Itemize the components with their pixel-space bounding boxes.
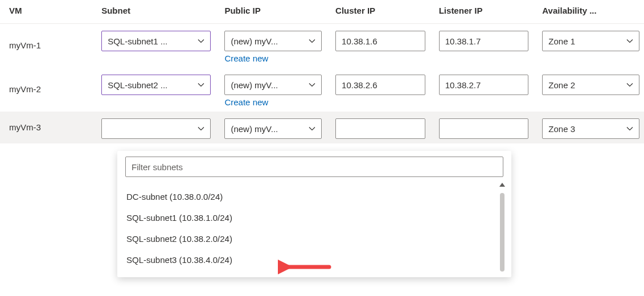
availability-select-label: Zone 2 [548,80,623,90]
header-public-ip: Public IP [215,0,326,24]
subnet-select[interactable]: SQL-subnet2 ... [101,75,211,95]
availability-select[interactable]: Zone 3 [542,118,639,139]
chevron-down-icon [626,36,633,46]
listener-ip-input[interactable] [439,118,529,139]
cluster-ip-value: 10.38.2.6 [342,80,378,90]
public-ip-select[interactable]: (new) myV... [224,118,322,139]
vm-name: myVm-2 [0,68,92,112]
public-ip-select-label: (new) myV... [231,80,305,90]
chevron-down-icon [309,124,315,134]
subnet-select[interactable]: SQL-subnet1 ... [101,31,211,51]
availability-select-label: Zone 3 [548,124,623,134]
chevron-down-icon [626,124,633,134]
subnet-select-label: SQL-subnet1 ... [108,36,194,46]
create-new-link[interactable]: Create new [224,97,268,107]
chevron-down-icon [198,80,204,90]
header-vm: VM [0,0,92,24]
table-row: myVm-1 SQL-subnet1 ... (new) myV... Crea… [0,24,644,68]
table-row: myVm-2 SQL-subnet2 ... (new) myV... Crea… [0,68,644,112]
chevron-down-icon [626,80,633,90]
vm-config-table: VM Subnet Public IP Cluster IP Listener … [0,0,644,143]
public-ip-select-label: (new) myV... [231,36,305,46]
cluster-ip-input[interactable]: 10.38.2.6 [335,75,425,95]
chevron-down-icon [309,80,315,90]
public-ip-select[interactable]: (new) myV... [224,31,322,51]
availability-select[interactable]: Zone 1 [542,31,639,51]
chevron-down-icon [198,124,204,134]
listener-ip-input[interactable]: 10.38.2.7 [439,75,529,95]
create-new-link[interactable]: Create new [224,54,268,63]
availability-select[interactable]: Zone 2 [542,75,639,95]
listener-ip-input[interactable]: 10.38.1.7 [439,31,529,51]
public-ip-select-label: (new) myV... [231,124,305,134]
public-ip-select[interactable]: (new) myV... [224,75,322,95]
cluster-ip-input[interactable]: 10.38.1.6 [335,31,425,51]
vm-name: myVm-3 [0,112,92,143]
vm-name: myVm-1 [0,24,92,68]
header-listener-ip: Listener IP [430,0,534,24]
table-row: myVm-3 (new) myV... [0,112,644,143]
cluster-ip-input[interactable] [335,118,425,139]
listener-ip-value: 10.38.2.7 [445,80,481,90]
chevron-down-icon [198,36,204,46]
header-cluster-ip: Cluster IP [326,0,430,24]
header-availability: Availability ... [533,0,644,24]
subnet-select-label: SQL-subnet2 ... [108,80,194,90]
chevron-down-icon [309,36,315,46]
listener-ip-value: 10.38.1.7 [445,36,481,46]
cluster-ip-value: 10.38.1.6 [342,36,378,46]
availability-select-label: Zone 1 [548,36,623,46]
subnet-select[interactable] [101,118,211,139]
header-subnet: Subnet [92,0,215,24]
